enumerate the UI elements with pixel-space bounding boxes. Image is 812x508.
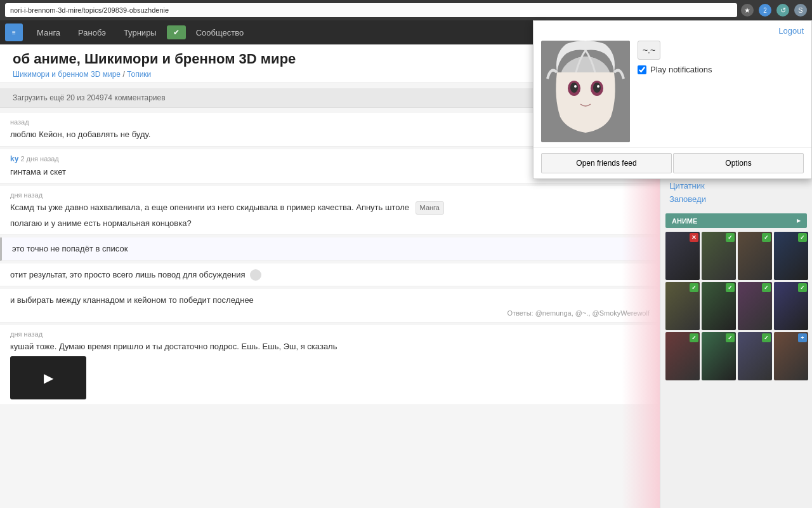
anime-badge-3: ✓ — [798, 233, 807, 242]
anime-badge-4: ✓ — [690, 283, 698, 292]
anime-item-6[interactable]: ✓ — [738, 282, 772, 330]
mood-button[interactable]: ~.~ — [638, 41, 660, 60]
comment-text-3: Ксамд ты уже давно нахваливала, а еще оп… — [10, 201, 650, 229]
popup-body: ~.~ Play notifications — [534, 36, 811, 147]
comment-text-4: это точно не попадёт в список — [12, 243, 650, 255]
nav-checkmark[interactable]: ✔ — [167, 25, 186, 39]
comment-meta-3: дня назад — [10, 191, 650, 199]
sidebar-page-commandments[interactable]: Заповеди — [665, 192, 807, 206]
anime-item-5[interactable]: ✓ — [702, 282, 736, 330]
anime-badge-6: ✓ — [762, 283, 771, 292]
anime-item-9[interactable]: ✓ — [702, 332, 736, 380]
comment-time-2b: 2 дня назад — [20, 155, 58, 163]
anime-badge-9: ✓ — [726, 333, 735, 342]
anime-badge-11: + — [798, 333, 807, 342]
svg-point-7 — [574, 85, 577, 88]
nav-manga[interactable]: Манга — [29, 24, 68, 41]
svg-point-8 — [597, 85, 599, 88]
load-more-text: Загрузить ещё 20 из 204974 комментариев — [13, 93, 166, 102]
site-logo[interactable]: ≡ — [5, 23, 23, 41]
sidebar-page-quotes[interactable]: Цитатник — [665, 179, 807, 192]
nav-ranobe[interactable]: Ранобэ — [70, 24, 114, 41]
sidebar-anime-title: АНИМЕ ▸ — [665, 213, 807, 228]
popup-header: Logout — [534, 21, 811, 36]
popup-avatar — [541, 41, 630, 142]
popup-actions: Open friends feed Options — [534, 147, 811, 178]
comment-text-5: отит результат, это просто всего лишь по… — [10, 269, 650, 281]
anime-badge-1: ✓ — [726, 233, 735, 242]
user-badge-icon[interactable]: 2 — [759, 4, 771, 17]
comment-time-1: назад — [10, 118, 29, 126]
friends-feed-button[interactable]: Open friends feed — [541, 153, 672, 173]
anime-grid: ✕ ✓ ✓ ✓ ✓ — [665, 232, 807, 380]
anime-item-4[interactable]: ✓ — [665, 282, 700, 330]
refresh-icon[interactable]: ↺ — [776, 4, 789, 17]
anime-badge-10: ✓ — [762, 333, 771, 342]
notifications-label: Play notifications — [650, 65, 712, 74]
manga-tag: Манга — [416, 201, 444, 215]
anime-item-3[interactable]: ✓ — [774, 232, 808, 280]
url-text: nori-i-brennom-3d-mire/topics/209839-obs… — [10, 6, 169, 14]
comment-3: дня назад Ксамд ты уже давно нахваливала… — [0, 186, 660, 235]
emoji-icon — [250, 269, 261, 281]
nav-turniry[interactable]: Турниры — [116, 24, 164, 41]
browser-bar: nori-i-brennom-3d-mire/topics/209839-obs… — [0, 0, 812, 20]
anime-badge-2: ✓ — [762, 233, 771, 242]
comment-5: отит результат, это просто всего лишь по… — [0, 264, 660, 287]
comment-7: дня назад кушай тоже. Думаю время пришло… — [0, 325, 660, 406]
svg-point-5 — [570, 83, 578, 93]
anime-badge-5: ✓ — [726, 283, 735, 292]
profile-icon[interactable]: S — [794, 4, 807, 17]
comment-time-7: дня назад — [10, 330, 43, 338]
bookmark-icon[interactable]: ★ — [741, 4, 754, 17]
comment-text-6: и выбирать между кланнадом и кейоном то … — [10, 294, 650, 307]
anime-item-8[interactable]: ✓ — [665, 332, 700, 380]
anime-arrow-icon: ▸ — [797, 217, 801, 225]
anime-item-7[interactable]: ✓ — [774, 282, 808, 330]
comment-4: это точно не попадёт в список — [0, 237, 660, 261]
sidebar-anime-section: АНИМЕ ▸ ✕ ✓ ✓ ✓ — [665, 213, 807, 380]
anime-badge-0: ✕ — [690, 233, 698, 242]
anime-badge-8: ✓ — [690, 333, 698, 342]
popup-avatar-img — [541, 41, 630, 142]
comment-meta-7: дня назад — [10, 330, 650, 338]
comment-6: и выбирать между кланнадом и кейоном то … — [0, 289, 660, 323]
nav-community[interactable]: Сообщество — [188, 24, 252, 41]
anime-item-2[interactable]: ✓ — [738, 232, 772, 280]
logout-link[interactable]: Logout — [778, 26, 804, 36]
notifications-row: Play notifications — [638, 65, 804, 74]
user-popup: Logout — [533, 20, 812, 179]
avatar-svg — [541, 41, 630, 142]
anime-badge-7: ✓ — [798, 283, 807, 292]
comment-user-2[interactable]: ky — [10, 154, 18, 163]
comment-text-7: кушай тоже. Думаю время пришло и ты дост… — [10, 340, 650, 353]
options-button[interactable]: Options — [673, 153, 804, 173]
comment-replies-6: Ответы: @nemunga, @~., @SmokyWerewolf — [10, 309, 650, 317]
anime-item-10[interactable]: ✓ — [738, 332, 772, 380]
breadcrumb-topics[interactable]: Топики — [127, 70, 151, 79]
browser-url[interactable]: nori-i-brennom-3d-mire/topics/209839-obs… — [5, 3, 737, 17]
popup-right: ~.~ Play notifications — [638, 41, 804, 74]
notifications-checkbox[interactable] — [638, 65, 646, 74]
anime-item-1[interactable]: ✓ — [702, 232, 736, 280]
comment-time-3: дня назад — [10, 191, 43, 199]
browser-icons: ★ 2 ↺ S — [741, 4, 807, 17]
svg-point-6 — [593, 83, 601, 93]
anime-item-11[interactable]: + — [774, 332, 808, 380]
breadcrumb-link[interactable]: Шикимори и бренном 3D мире — [13, 70, 121, 79]
video-thumbnail[interactable]: ▶ — [10, 356, 86, 399]
anime-item-0[interactable]: ✕ — [665, 232, 700, 280]
